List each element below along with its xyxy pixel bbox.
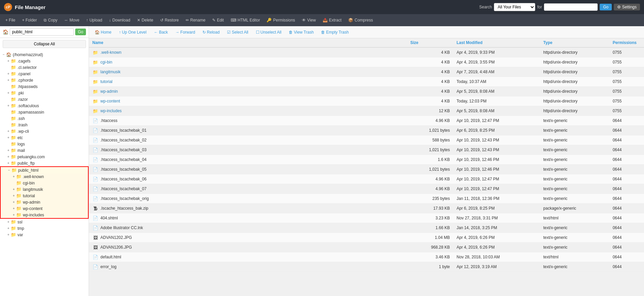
file-name[interactable]: cgi-bin <box>100 60 112 65</box>
tree-expand-icon[interactable]: + <box>11 194 16 198</box>
tree-item[interactable]: +📁.wp-cli <box>0 128 89 134</box>
tree-expand-icon[interactable]: + <box>6 161 11 165</box>
sidebar-go-button[interactable]: Go <box>75 29 86 35</box>
file-name[interactable]: .htaccess_lscachebak_02 <box>100 138 146 142</box>
col-header-name[interactable]: Name <box>89 38 407 47</box>
tree-expand-icon[interactable]: + <box>11 213 16 217</box>
tree-item[interactable]: 📁.ssh <box>0 115 89 122</box>
tree-expand-icon[interactable]: + <box>6 155 11 159</box>
file-name[interactable]: .lscache_htaccess_bak.zip <box>100 206 148 211</box>
unselect-all-button[interactable]: ☐ Unselect All <box>253 29 285 36</box>
tree-expand-icon[interactable]: + <box>6 226 11 230</box>
file-name[interactable]: .htaccess_lscachebak_06 <box>100 177 146 181</box>
restore-button[interactable]: ↺ Restore <box>157 16 182 24</box>
search-input[interactable] <box>544 3 598 11</box>
search-go-button[interactable]: Go <box>600 4 612 10</box>
tree-item[interactable]: +📁.cphorde <box>0 77 89 83</box>
file-name[interactable]: ADVAN1206.JPG <box>100 245 132 250</box>
tree-item[interactable]: 📁.razor <box>0 96 89 102</box>
file-name[interactable]: wp-content <box>100 99 120 103</box>
file-name[interactable]: .htaccess_lscachebak_05 <box>100 167 146 172</box>
tree-expand-icon[interactable]: − <box>1 53 6 56</box>
tree-item[interactable]: +📁.well-known <box>0 173 89 180</box>
tree-item[interactable]: +📁wp-content <box>0 205 89 212</box>
tree-expand-icon[interactable]: + <box>6 136 11 139</box>
file-name[interactable]: default.html <box>100 255 121 259</box>
col-header-modified[interactable]: Last Modified <box>453 38 540 47</box>
new-folder-button[interactable]: + Folder <box>19 16 40 24</box>
tree-item[interactable]: +📁.cpanel <box>0 71 89 77</box>
tree-expand-icon[interactable]: + <box>6 78 11 82</box>
table-row[interactable]: 📁langitmusik4 KBApr 7, 2019, 4:48 AMhttp… <box>89 67 644 77</box>
tree-expand-icon[interactable]: + <box>6 72 11 76</box>
tree-item[interactable]: 📁cgi-bin <box>0 180 89 186</box>
tree-item[interactable]: −🏠(/home/nazzirud) <box>0 51 89 58</box>
tree-item[interactable]: 📁.cl.selector <box>0 64 89 71</box>
table-row[interactable]: 📁cgi-bin4 KBApr 4, 2019, 3:55 PMhttpd/un… <box>89 57 644 67</box>
delete-button[interactable]: ✕ Delete <box>134 16 156 24</box>
tree-item[interactable]: +📁var <box>0 231 89 238</box>
tree-item[interactable]: +📁etc <box>0 134 89 141</box>
download-button[interactable]: ↓ Download <box>106 16 133 24</box>
tree-expand-icon[interactable]: + <box>6 233 11 237</box>
tree-item[interactable]: +📁wp-includes <box>0 212 89 219</box>
select-all-button[interactable]: ☑ Select All <box>224 29 251 36</box>
settings-button[interactable]: ⚙ Settings <box>614 4 640 10</box>
tree-item[interactable]: 📁logs <box>0 141 89 147</box>
file-name[interactable]: .htaccess_lscachebak_04 <box>100 157 146 162</box>
file-name[interactable]: tutorial <box>100 79 112 84</box>
search-scope-select[interactable]: All Your Files File Names Only File Cont… <box>494 3 535 11</box>
move-button[interactable]: ↔ Move <box>61 16 82 24</box>
table-row[interactable]: 🗜.lscache_htaccess_bak.zip17.93 KBApr 6,… <box>89 204 644 213</box>
table-row[interactable]: 📁.well-known4 KBApr 4, 2019, 9:33 PMhttp… <box>89 47 644 57</box>
tree-item[interactable]: +📁.softaculous <box>0 102 89 109</box>
tree-expand-icon[interactable]: + <box>11 207 16 210</box>
tree-item[interactable]: 📁.spamassassin <box>0 109 89 115</box>
tree-item[interactable]: +📁.cagefs <box>0 58 89 64</box>
tree-item[interactable]: 📁.htpasswds <box>0 83 89 90</box>
table-row[interactable]: 📄.htaccess_lscachebak_074.96 KBApr 10, 2… <box>89 184 644 194</box>
file-name[interactable]: .htaccess_lscachebak_01 <box>100 128 146 133</box>
file-name[interactable]: wp-includes <box>100 109 122 113</box>
table-row[interactable]: 📄.htaccess_lscachebak_02588 bytesApr 10,… <box>89 135 644 145</box>
file-name[interactable]: Adobe Illustrator CC.lnk <box>100 225 143 230</box>
table-row[interactable]: 📄.htaccess_lscachebak_011,021 bytesApr 6… <box>89 126 644 135</box>
col-header-type[interactable]: Type <box>540 38 609 47</box>
sidebar-path-input[interactable] <box>10 28 74 36</box>
edit-button[interactable]: ✎ Edit <box>210 16 227 24</box>
file-name[interactable]: wp-admin <box>100 89 118 94</box>
col-header-permissions[interactable]: Permissions <box>609 38 644 47</box>
table-row[interactable]: 📁wp-includes12 KBApr 5, 2019, 8:08 AMhtt… <box>89 106 644 116</box>
up-one-level-button[interactable]: ↑ Up One Level <box>116 29 149 36</box>
table-row[interactable]: 📁tutorial4 KBToday, 10:37 AMhttpd/unix-d… <box>89 77 644 87</box>
view-button[interactable]: 👁 View <box>299 16 319 24</box>
new-file-button[interactable]: + File <box>3 16 18 24</box>
table-row[interactable]: 📄404.shtml3.23 KBNov 27, 2018, 3:31 PMte… <box>89 213 644 223</box>
upload-button[interactable]: ↑ Upload <box>83 16 105 24</box>
file-name[interactable]: .htaccess <box>100 118 118 123</box>
table-row[interactable]: 📄.htaccess_lscachebak_orig235 bytesJan 1… <box>89 194 644 204</box>
file-name[interactable]: .well-known <box>100 50 122 55</box>
tree-expand-icon[interactable]: + <box>6 91 11 95</box>
table-row[interactable]: 📄Adobe Illustrator CC.lnk1.66 KBJan 14, … <box>89 223 644 233</box>
html-editor-button[interactable]: ⌨ HTML Editor <box>228 16 263 24</box>
tree-expand-icon[interactable]: + <box>6 129 11 133</box>
home-button[interactable]: 🏠 Home <box>92 29 114 36</box>
file-name[interactable]: ADVAN1202.JPG <box>100 235 132 240</box>
table-row[interactable]: 🖼ADVAN1202.JPG1.04 MBApr 4, 2019, 6:26 P… <box>89 233 644 243</box>
back-button[interactable]: ← Back <box>151 29 171 36</box>
tree-item[interactable]: +📁mail <box>0 147 89 154</box>
table-row[interactable]: 📁wp-admin4 KBApr 5, 2019, 8:08 AMhttpd/u… <box>89 87 644 96</box>
tree-expand-icon[interactable]: − <box>7 168 11 172</box>
table-row[interactable]: 📄default.html3.46 KBNov 28, 2018, 10:03 … <box>89 252 644 262</box>
file-name[interactable]: .htaccess_lscachebak_03 <box>100 147 146 152</box>
file-name[interactable]: 404.shtml <box>100 216 118 220</box>
rename-button[interactable]: ✏ Rename <box>183 16 208 24</box>
table-row[interactable]: 📄.htaccess_lscachebak_031,021 bytesApr 1… <box>89 145 644 155</box>
tree-item[interactable]: +📁.pki <box>0 90 89 96</box>
table-row[interactable]: 📄.htaccess_lscachebak_064.96 KBApr 10, 2… <box>89 174 644 184</box>
permissions-button[interactable]: 🔑 Permissions <box>264 16 297 24</box>
tree-item[interactable]: 📁.trash <box>0 122 89 128</box>
empty-trash-button[interactable]: 🗑 Empty Trash <box>318 29 352 36</box>
forward-button[interactable]: → Forward <box>172 29 198 36</box>
